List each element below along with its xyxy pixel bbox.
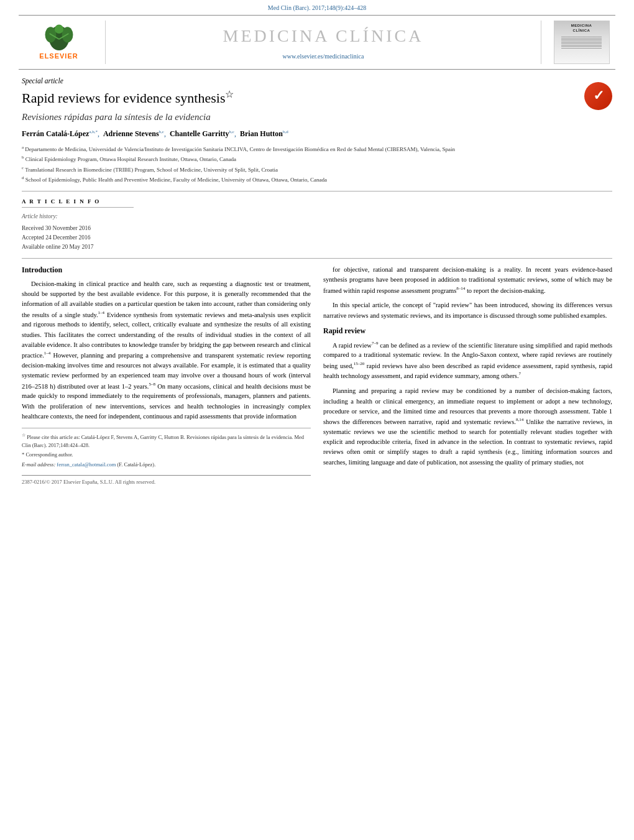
affiliation-d: d School of Epidemiology, Public Health …	[22, 175, 612, 185]
article-info-title: A R T I C L E I N F O	[22, 198, 134, 208]
rapid-review-text: A rapid review7–9 can be defined as a re…	[323, 340, 612, 468]
divider-1	[22, 191, 612, 192]
intro-text-left: Decision-making in clinical practice and…	[22, 279, 311, 422]
journal-title: MEDICINA CLÍNICA	[223, 24, 424, 48]
accepted-date: Accepted 24 December 2016	[22, 233, 134, 242]
history-label: Article history:	[22, 213, 134, 221]
affiliation-c: c Translational Research in Biomedicine …	[22, 165, 612, 175]
author1-sup: a,b,*	[89, 129, 98, 134]
email-label: E-mail address:	[22, 461, 55, 468]
special-article-label: Special article	[22, 76, 612, 86]
author3-sup: b,c	[229, 129, 234, 134]
rapid-review-para-1: A rapid review7–9 can be defined as a re…	[323, 340, 612, 382]
crossmark-symbol: ✓	[593, 88, 604, 104]
journal-cover-image: MEDICINACLÍNICA	[554, 21, 610, 64]
affiliations: a Departamento de Medicina, Universidad …	[22, 144, 612, 185]
elsevier-logo: ELSEVIER	[25, 22, 93, 63]
intro-text-right: for objective, rational and transparent …	[323, 265, 612, 321]
journal-header: ELSEVIER MEDICINA CLÍNICA www.elsevier.e…	[19, 15, 615, 70]
copyright-text: 2387-0216/© 2017 Elsevier España, S.L.U.…	[22, 479, 155, 485]
author2-name: Adrienne Stevens	[103, 129, 159, 138]
author4-sup: b,d	[283, 129, 288, 134]
article-info-box: A R T I C L E I N F O Article history: R…	[22, 198, 146, 252]
journal-cover-section: MEDICINACLÍNICA	[541, 21, 615, 64]
author2-sup: b,c	[159, 129, 164, 134]
intro-right-para-2: In this special article, the concept of …	[323, 300, 612, 321]
article-subtitle: Revisiones rápidas para la síntesis de l…	[22, 111, 612, 124]
article-title: Rapid reviews for evidence synthesis☆ ✓	[22, 88, 612, 107]
elsevier-logo-section: ELSEVIER	[19, 21, 106, 64]
right-column: for objective, rational and transparent …	[323, 265, 612, 486]
crossmark-circle: ✓	[584, 82, 612, 110]
email-note: E-mail address: ferran_catala@hotmail.co…	[22, 461, 311, 469]
author-name-note: (F. Catalá-López).	[117, 461, 155, 468]
author4-name: Brian Hutton	[240, 129, 283, 138]
elsevier-label: ELSEVIER	[39, 52, 78, 61]
citation-text: Med Clin (Barc). 2017;148(9):424–428	[268, 4, 366, 11]
author1-name: Ferrán Catalá-López	[22, 129, 89, 138]
crossmark-badge[interactable]: ✓	[584, 82, 612, 110]
top-citation-bar: Med Clin (Barc). 2017;148(9):424–428	[0, 0, 634, 15]
footer-area: ☆ Please cite this article as: Catalá-Ló…	[22, 428, 311, 486]
star-note: ☆ Please cite this article as: Catalá-Ló…	[22, 432, 311, 449]
title-star: ☆	[225, 89, 234, 99]
footer-notes: ☆ Please cite this article as: Catalá-Ló…	[22, 432, 311, 469]
article-info-section: A R T I C L E I N F O Article history: R…	[22, 198, 612, 252]
page: Med Clin (Barc). 2017;148(9):424–428 ELS…	[0, 0, 634, 499]
journal-url[interactable]: www.elsevier.es/medicinaclinica	[283, 52, 364, 61]
email-link[interactable]: ferran_catala@hotmail.com	[57, 461, 116, 468]
left-column: Introduction Decision-making in clinical…	[22, 265, 311, 486]
affiliation-b: b Clinical Epidemiology Program, Ottawa …	[22, 154, 612, 164]
intro-heading: Introduction	[22, 265, 311, 275]
authors-list: Ferrán Catalá-Lópeza,b,*, Adrienne Steve…	[22, 129, 612, 139]
article-dates: Received 30 November 2016 Accepted 24 De…	[22, 224, 134, 252]
divider-2	[22, 258, 612, 259]
author3-name: Chantelle Garritty	[170, 129, 229, 138]
corresponding-note: * Corresponding author.	[22, 451, 311, 459]
body-columns: Introduction Decision-making in clinical…	[22, 265, 612, 486]
intro-para-1: Decision-making in clinical practice and…	[22, 279, 311, 422]
copyright-bar: 2387-0216/© 2017 Elsevier España, S.L.U.…	[22, 475, 311, 486]
rapid-review-heading: Rapid review	[323, 326, 612, 336]
cover-title-text: MEDICINACLÍNICA	[571, 23, 592, 34]
article-title-text: Rapid reviews for evidence synthesis	[22, 90, 225, 106]
main-content: Special article Rapid reviews for eviden…	[0, 70, 634, 499]
affiliation-a: a Departamento de Medicina, Universidad …	[22, 144, 612, 154]
received-date: Received 30 November 2016	[22, 224, 134, 233]
intro-right-para-1: for objective, rational and transparent …	[323, 265, 612, 295]
svg-point-4	[54, 24, 63, 33]
available-date: Available online 20 May 2017	[22, 242, 134, 252]
elsevier-tree-icon	[37, 22, 81, 50]
rapid-review-para-2: Planning and preparing a rapid review ma…	[323, 386, 612, 468]
journal-title-section: MEDICINA CLÍNICA www.elsevier.es/medicin…	[106, 21, 541, 64]
